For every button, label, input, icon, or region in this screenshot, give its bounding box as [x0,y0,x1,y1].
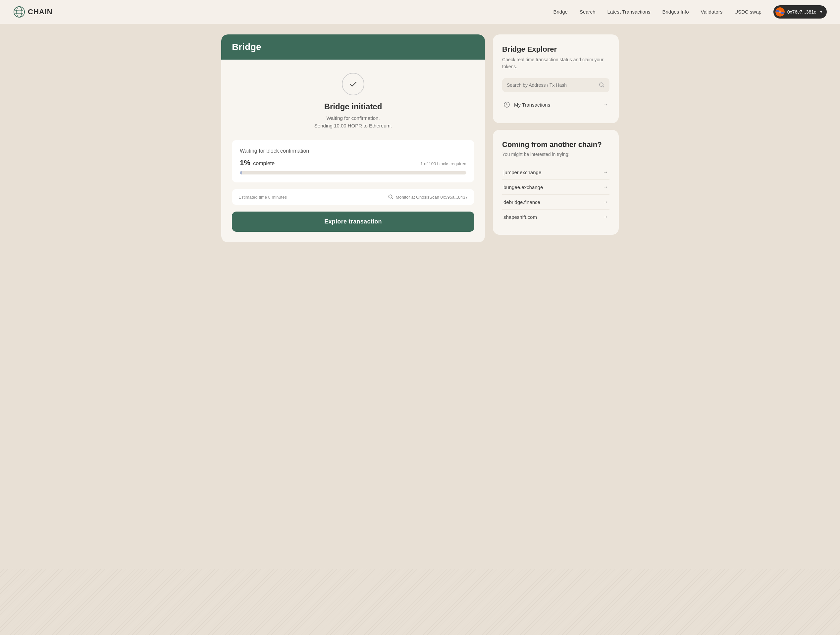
monitor-text: Monitor at GnosisScan 0x595a...8437 [395,195,468,200]
explore-transaction-button[interactable]: Explore transaction [232,211,474,232]
bridge-status-subtitle: Waiting for confirmation. Sending 10.00 … [314,115,392,129]
right-column: Bridge Explorer Check real time transact… [493,35,619,242]
chevron-down-icon: ▾ [820,9,822,14]
bridge-footer: Estimated time 8 minutes Monitor at Gnos… [232,189,474,205]
progress-box-title: Waiting for block confirmation [240,148,466,154]
bungee-label: bungee.exchange [504,184,543,190]
svg-point-3 [779,11,782,13]
progress-bar-fill [240,171,242,175]
arrow-right-icon: → [603,184,608,190]
navbar: CHAIN Bridge Search Latest Transactions … [0,0,840,24]
shapeshift-link[interactable]: shapeshift.com → [502,210,609,224]
debridge-label: debridge.finance [504,199,540,205]
estimated-time: Estimated time 8 minutes [238,195,287,200]
wallet-button[interactable]: 0x76c7...381c ▾ [774,5,827,19]
progress-percent: 1% [240,159,250,167]
progress-label: complete [253,161,275,166]
logo-text: CHAIN [28,8,53,16]
status-circle [342,73,364,95]
shapeshift-label: shapeshift.com [504,214,537,220]
chains-title: Coming from another chain? [502,140,609,149]
progress-box: Waiting for block confirmation 1% comple… [232,140,474,183]
bungee-link[interactable]: bungee.exchange → [502,180,609,195]
clock-icon [504,101,510,108]
wallet-address: 0x76c7...381c [787,9,816,14]
nav-validators[interactable]: Validators [701,9,723,14]
avatar [775,7,785,17]
nav-latest-transactions[interactable]: Latest Transactions [607,9,650,14]
nav-bridges-info[interactable]: Bridges Info [662,9,689,14]
my-transactions-label: My Transactions [514,102,550,107]
svg-point-0 [14,6,25,17]
chains-description: You might be interested in trying: [502,151,609,157]
bridge-card-header: Bridge [221,35,485,60]
debridge-link[interactable]: debridge.finance → [502,195,609,210]
logo-icon [13,6,25,18]
bridge-title: Bridge [232,42,474,52]
arrow-right-icon: → [603,214,608,220]
svg-point-6 [600,83,603,87]
progress-bar-track [240,171,466,175]
explorer-description: Check real time transaction status and c… [502,56,609,70]
checkmark-icon [349,79,358,89]
arrow-right-icon: → [603,169,608,175]
bridge-card-body: Bridge initiated Waiting for confirmatio… [221,60,485,242]
svg-point-1 [17,6,22,17]
nav-search[interactable]: Search [579,9,595,14]
jumper-link[interactable]: jumper.exchange → [502,165,609,180]
my-transactions-link[interactable]: My Transactions → [502,97,609,113]
arrow-right-icon: → [603,102,608,107]
address-search-input[interactable] [507,82,595,88]
logo[interactable]: CHAIN [13,6,53,18]
svg-line-5 [392,198,393,199]
search-magnifier-icon [599,82,605,88]
bridge-status-title: Bridge initiated [324,102,382,111]
progress-stats: 1% complete 1 of 100 blocks required [240,159,466,167]
bridge-card: Bridge Bridge initiated Waiting for conf… [221,35,485,242]
search-box [502,78,609,92]
svg-point-4 [389,195,392,198]
chains-card: Coming from another chain? You might be … [493,130,619,235]
search-icon [388,194,393,200]
monitor-link[interactable]: Monitor at GnosisScan 0x595a...8437 [388,194,468,200]
nav-links: Bridge Search Latest Transactions Bridge… [554,9,761,15]
nav-bridge[interactable]: Bridge [554,9,568,14]
explorer-card: Bridge Explorer Check real time transact… [493,35,619,123]
main-content: Bridge Bridge initiated Waiting for conf… [208,24,632,253]
arrow-right-icon: → [603,199,608,205]
blocks-required: 1 of 100 blocks required [420,161,466,166]
nav-usdc-swap[interactable]: USDC swap [734,9,761,14]
explorer-title: Bridge Explorer [502,45,609,54]
jumper-label: jumper.exchange [504,170,541,175]
svg-line-7 [603,86,605,88]
